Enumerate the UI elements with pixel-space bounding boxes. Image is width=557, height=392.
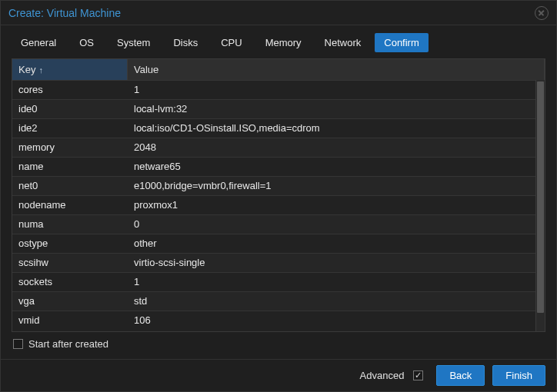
table-row[interactable]: ide0local-lvm:32 [12, 99, 535, 118]
cell-value: std [128, 292, 535, 311]
table-row[interactable]: sockets1 [12, 272, 535, 291]
table-row[interactable]: scsihwvirtio-scsi-single [12, 253, 535, 272]
tab-general[interactable]: General [12, 33, 65, 52]
scrollbar-thumb[interactable] [537, 81, 544, 313]
table-row[interactable]: namenetware65 [12, 157, 535, 176]
cell-value: virtio-scsi-single [128, 254, 535, 272]
column-header-value-label: Value [134, 64, 158, 75]
grid-body-wrap: cores1ide0local-lvm:32ide2local:iso/CD1-… [12, 80, 545, 331]
window-title: Create: Virtual Machine [8, 7, 121, 19]
grid-body: cores1ide0local-lvm:32ide2local:iso/CD1-… [12, 80, 535, 331]
table-row[interactable]: nodenameproxmox1 [12, 195, 535, 214]
vertical-scrollbar[interactable] [535, 80, 545, 331]
cell-value: other [128, 234, 535, 253]
column-header-key-label: Key [18, 64, 35, 75]
cell-key: nodename [12, 196, 128, 214]
table-row[interactable]: ide2local:iso/CD1-OSinstall.ISO,media=cd… [12, 118, 535, 138]
titlebar: Create: Virtual Machine [1, 1, 556, 25]
tab-disks[interactable]: Disks [164, 33, 207, 52]
start-after-checkbox[interactable] [13, 339, 23, 349]
column-header-value[interactable]: Value [128, 59, 545, 80]
grid-header: Key ↑ Value [12, 59, 545, 80]
cell-key: ide2 [12, 119, 128, 138]
cell-value: proxmox1 [128, 196, 535, 214]
cell-key: sockets [12, 273, 128, 291]
tab-cpu[interactable]: CPU [212, 33, 251, 52]
cell-key: vmid [12, 311, 128, 330]
advanced-checkbox[interactable] [413, 370, 423, 380]
tab-system[interactable]: System [108, 33, 159, 52]
wizard-tabbar: GeneralOSSystemDisksCPUMemoryNetworkConf… [1, 25, 556, 58]
sort-asc-icon: ↑ [38, 65, 43, 75]
back-button[interactable]: Back [436, 365, 485, 386]
tab-confirm[interactable]: Confirm [375, 33, 429, 52]
close-icon[interactable] [535, 6, 549, 20]
cell-value: 1 [128, 81, 535, 99]
table-row[interactable]: ostypeother [12, 234, 535, 253]
tab-network[interactable]: Network [315, 33, 371, 52]
cell-value: 2048 [128, 138, 535, 157]
cell-value: 0 [128, 215, 535, 234]
cell-key: memory [12, 138, 128, 157]
cell-key: numa [12, 215, 128, 234]
cell-key: name [12, 158, 128, 176]
table-row[interactable]: numa0 [12, 214, 535, 234]
column-header-key[interactable]: Key ↑ [12, 59, 128, 80]
below-grid: Start after created [1, 332, 556, 356]
tab-memory[interactable]: Memory [256, 33, 311, 52]
finish-button[interactable]: Finish [492, 365, 545, 386]
advanced-label: Advanced [360, 370, 405, 381]
table-row[interactable]: vmid106 [12, 311, 535, 330]
dialog-create-vm: Create: Virtual Machine GeneralOSSystemD… [0, 0, 557, 392]
summary-grid: Key ↑ Value cores1ide0local-lvm:32ide2lo… [12, 58, 545, 332]
dialog-footer: Advanced Back Finish [1, 359, 556, 391]
cell-key: ostype [12, 234, 128, 253]
cell-value: 1 [128, 273, 535, 291]
table-row[interactable]: cores1 [12, 80, 535, 99]
cell-value: local-lvm:32 [128, 100, 535, 118]
tab-os[interactable]: OS [70, 33, 103, 52]
cell-value: 106 [128, 311, 535, 330]
start-after-label: Start after created [28, 338, 108, 350]
cell-key: ide0 [12, 100, 128, 118]
cell-value: e1000,bridge=vmbr0,firewall=1 [128, 177, 535, 195]
table-row[interactable]: vgastd [12, 291, 535, 311]
cell-key: cores [12, 81, 128, 99]
cell-key: vga [12, 292, 128, 311]
cell-key: net0 [12, 177, 128, 195]
table-row[interactable]: memory2048 [12, 138, 535, 157]
table-row[interactable]: net0e1000,bridge=vmbr0,firewall=1 [12, 176, 535, 195]
cell-value: local:iso/CD1-OSinstall.ISO,media=cdrom [128, 119, 535, 138]
cell-key: scsihw [12, 254, 128, 272]
cell-value: netware65 [128, 158, 535, 176]
